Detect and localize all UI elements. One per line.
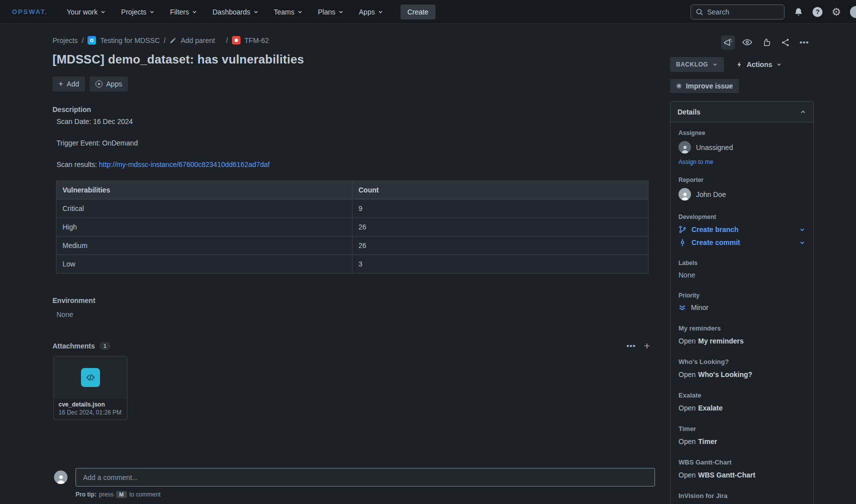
scan-results-link[interactable]: http://my-mdssc-instance/67600c823410dd6…	[99, 160, 270, 168]
breadcrumb-add-parent[interactable]: Add parent	[180, 36, 215, 44]
table-row: Low 3	[56, 255, 648, 274]
details-heading: Details	[678, 108, 700, 116]
more-icon: •••	[626, 342, 636, 350]
issue-type-bug-icon	[232, 36, 240, 44]
nav-your-work[interactable]: Your work	[67, 8, 106, 16]
watch-button[interactable]	[740, 35, 754, 50]
open-my-reminders-link[interactable]: Open My reminders	[678, 337, 806, 345]
attachment-card[interactable]: cve_details.json 16 Dec 2024, 01:26 PM	[54, 356, 128, 420]
pro-tip-text-post: to comment	[130, 491, 161, 498]
add-button[interactable]: + Add	[52, 76, 85, 92]
column-header-count: Count	[352, 181, 648, 200]
priority-value-row[interactable]: Minor	[678, 304, 806, 312]
labels-label: Labels	[678, 260, 806, 266]
chevron-down-icon	[776, 62, 782, 68]
gear-icon: ⚙	[832, 6, 841, 17]
environment-value: None	[56, 310, 655, 318]
attachment-file-name: cve_details.json	[58, 401, 122, 408]
breadcrumb-separator: /	[226, 36, 228, 44]
issue-sidebar: ••• BACKLOG Actions ✳ Improve issue Deta…	[670, 24, 814, 504]
open-word: Open	[678, 404, 696, 412]
comment-pro-tip: Pro tip: press M to comment	[76, 491, 655, 498]
share-button[interactable]	[778, 36, 792, 50]
nav-projects[interactable]: Projects	[121, 8, 155, 16]
notifications-button[interactable]	[794, 7, 804, 17]
apps-button[interactable]: Apps	[90, 76, 128, 92]
nav-apps[interactable]: Apps	[359, 8, 384, 16]
open-word: Open	[678, 438, 696, 446]
nav-teams[interactable]: Teams	[274, 8, 303, 16]
share-icon	[780, 38, 790, 48]
main-content: Projects / Testing for MDSSC / Add paren…	[48, 24, 655, 498]
search-input[interactable]	[707, 8, 777, 16]
count-cell: 3	[352, 255, 648, 274]
improve-issue-button[interactable]: ✳ Improve issue	[670, 79, 739, 93]
thumbs-up-icon	[762, 38, 772, 48]
create-branch-row[interactable]: Create branch	[678, 226, 806, 234]
open-whos-looking-link[interactable]: Open Who's Looking?	[678, 370, 806, 378]
settings-button[interactable]: ⚙	[832, 6, 841, 17]
count-cell: 9	[352, 200, 648, 218]
open-word: Open	[678, 337, 696, 345]
m-keycap: M	[116, 491, 126, 498]
open-exalate-link[interactable]: Open Exalate	[678, 404, 806, 412]
app-section-label: My reminders	[678, 324, 806, 332]
status-dropdown[interactable]: BACKLOG	[670, 57, 724, 72]
issue-actions: + Add Apps	[52, 76, 655, 92]
opswat-logo[interactable]: OPSWAT.	[12, 8, 48, 16]
scan-date-line: Scan Date: 16 Dec 2024	[56, 118, 655, 126]
actions-label: Actions	[746, 60, 772, 68]
assignee-label: Assignee	[678, 130, 806, 136]
open-wbs-gantt-link[interactable]: Open WBS Gantt-Chart	[678, 471, 806, 479]
help-button[interactable]: ?	[812, 7, 822, 17]
attachments-more-button[interactable]: •••	[626, 342, 636, 350]
breadcrumb-project[interactable]: Testing for MDSSC	[100, 36, 160, 44]
plus-icon: +	[58, 81, 63, 87]
lightning-icon	[736, 60, 743, 68]
description-heading: Description	[52, 106, 655, 114]
labels-value[interactable]: None	[678, 271, 806, 279]
search-icon	[696, 8, 704, 16]
comment-input[interactable]	[76, 468, 655, 486]
details-panel-header[interactable]: Details	[670, 102, 814, 122]
attachments-add-button[interactable]: +	[644, 342, 650, 350]
assignee-value: Unassigned	[696, 144, 733, 152]
more-actions-button[interactable]: •••	[798, 36, 811, 48]
pro-tip-text-pre: press	[99, 491, 114, 498]
table-row: Critical 9	[56, 200, 648, 218]
search-box[interactable]	[690, 4, 784, 20]
nav-your-work-label: Your work	[67, 8, 98, 16]
actions-dropdown[interactable]: Actions	[736, 60, 782, 68]
app-section-label: Timer	[678, 425, 806, 432]
feedback-button[interactable]	[721, 36, 735, 50]
chevron-down-icon	[799, 226, 806, 233]
severity-cell: Critical	[56, 200, 352, 218]
chevron-down-icon	[338, 9, 344, 15]
nav-filters[interactable]: Filters	[170, 8, 198, 16]
vote-button[interactable]	[760, 36, 774, 50]
nav-dashboards[interactable]: Dashboards	[212, 8, 259, 16]
issue-title[interactable]: [MDSSC] demo_dataset: has vulnerabilitie…	[52, 52, 655, 66]
open-target: WBS Gantt-Chart	[698, 471, 755, 479]
open-timer-link[interactable]: Open Timer	[678, 438, 806, 446]
assignee-value-row[interactable]: Unassigned	[678, 141, 806, 154]
create-button[interactable]: Create	[400, 4, 436, 20]
open-target: Exalate	[698, 404, 722, 412]
severity-cell: Low	[56, 255, 352, 274]
add-button-label: Add	[66, 80, 79, 88]
create-commit-row[interactable]: Create commit	[678, 238, 806, 246]
scan-results-label: Scan results:	[56, 160, 97, 168]
improve-issue-label: Improve issue	[686, 82, 733, 90]
app-section-label: Who's Looking?	[678, 358, 806, 366]
nav-plans[interactable]: Plans	[318, 8, 344, 16]
profile-avatar[interactable]	[850, 6, 856, 18]
severity-cell: Medium	[56, 236, 352, 255]
reporter-value-row[interactable]: John Doe	[678, 188, 806, 200]
nav-teams-label: Teams	[274, 8, 294, 16]
breadcrumb-issue-key[interactable]: TFM-62	[244, 36, 269, 44]
open-target: Who's Looking?	[698, 370, 752, 378]
chevron-down-icon	[297, 9, 303, 15]
assign-to-me-link[interactable]: Assign to me	[678, 158, 713, 166]
status-label: BACKLOG	[676, 61, 708, 68]
breadcrumb-projects[interactable]: Projects	[52, 36, 78, 44]
